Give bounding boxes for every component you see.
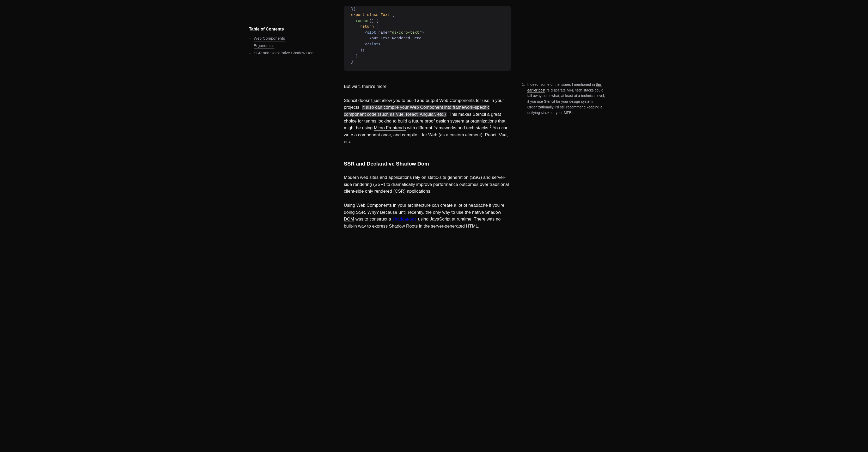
toc-link-web-components[interactable]: Web Components — [254, 35, 285, 41]
footnote-ref-1[interactable]: 1 — [490, 125, 492, 128]
link-micro-frontends[interactable]: Micro Frontends — [374, 125, 406, 130]
toc-item: – SSR and Declarative Shadow Dom — [249, 50, 327, 56]
heading-ssr-declarative-shadow-dom: SSR and Declarative Shadow Dom — [344, 160, 510, 168]
sidenote-1: 1. Indeed, some of the issues I mentione… — [527, 82, 606, 116]
code-shadowroot: shadowRoot — [392, 217, 417, 222]
paragraph-using-web-components: Using Web Components in your architectur… — [344, 202, 510, 230]
toc-item: – Ergonomics — [249, 42, 327, 49]
toc-link-ergonomics[interactable]: Ergonomics — [254, 42, 274, 49]
toc-title: Table of Contents — [249, 26, 327, 33]
toc-link-ssr-shadow-dom[interactable]: SSR and Declarative Shadow Dom — [254, 50, 314, 56]
paragraph-wait: But wait, there's more! — [344, 83, 510, 90]
paragraph-modern: Modern web sites and applications rely o… — [344, 174, 510, 195]
link-shadowroot-code[interactable]: shadowRoot — [392, 217, 417, 221]
sidenotes: 1. Indeed, some of the issues I mentione… — [527, 6, 606, 116]
dash-icon: – — [249, 42, 251, 49]
dash-icon: – — [249, 35, 251, 41]
dash-icon: – — [249, 50, 251, 56]
sidenote-marker: 1. — [522, 82, 525, 87]
table-of-contents: Table of Contents – Web Components – Erg… — [249, 6, 327, 57]
toc-item: – Web Components — [249, 35, 327, 41]
paragraph-compile: Stencil doesn't just allow you to build … — [344, 97, 510, 145]
article-body: }) export class Text { render() { return… — [344, 6, 510, 237]
code-block-stencil-component: }) export class Text { render() { return… — [344, 6, 510, 71]
